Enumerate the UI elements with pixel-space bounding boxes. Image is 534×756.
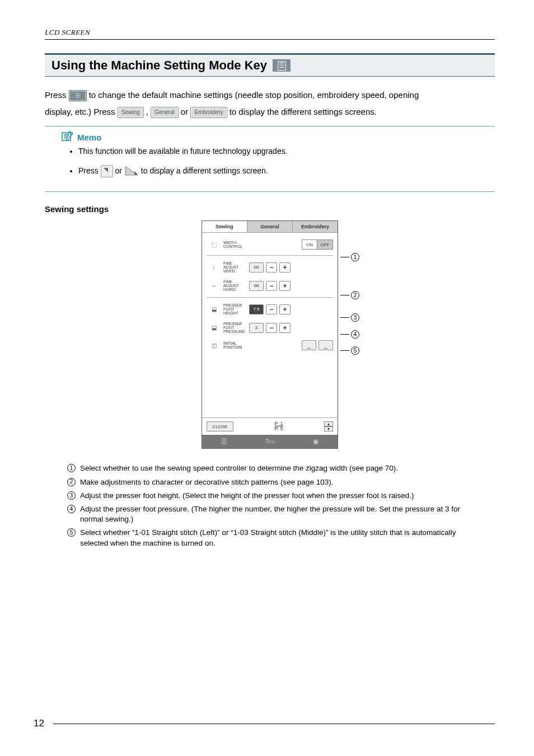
fine-horiz-icon: ↔ — [207, 281, 221, 291]
settings-mode-button-inline[interactable]: ☰ — [69, 90, 87, 101]
lcd-footer: CLOSE P. 1P. 5 ▴ ▾ — [202, 417, 338, 435]
fine-vert-label: FINE ADJUST VERTI. — [223, 261, 247, 273]
page-footer-rule — [53, 724, 495, 724]
lcd-tabs: Sewing General Embroidery — [202, 221, 338, 233]
lcd-row-foot-height: ⬓ PRESSER FOOT HEIGHT 7.5 − + — [207, 297, 333, 318]
foot-height-minus[interactable]: − — [266, 304, 277, 314]
foot-height-icon: ⬓ — [207, 304, 221, 314]
width-control-on[interactable]: ON — [302, 240, 317, 250]
intro-paragraph: Press ☰ to change the default machine se… — [45, 87, 495, 120]
lcd-tab-embroidery[interactable]: Embroidery — [293, 221, 338, 232]
callout-legend: 1Select whether to use the sewing speed … — [67, 463, 484, 548]
prev-page-arrow-button[interactable] — [101, 165, 113, 177]
intro-comma: , — [146, 107, 148, 116]
initial-position-left[interactable]: ⎯ — [302, 340, 316, 350]
legend-text-3: Adjust the presser foot height. (Select … — [80, 491, 414, 501]
foot-height-value: 7.5 — [249, 304, 264, 314]
legend-num-1: 1 — [67, 464, 76, 472]
lcd-row-width-control: ⬚ WIDTH CONTROL ON OFF — [207, 236, 333, 253]
section-title: Using the Machine Setting Mode Key — [51, 58, 267, 73]
lcd-row-foot-pressure: ⬓ PRESSER FOOT PRESSURE 3 − + — [207, 318, 333, 337]
lcd-page-indicator: P. 1P. 5 — [275, 421, 283, 431]
fine-vert-minus[interactable]: − — [266, 262, 277, 273]
width-control-off[interactable]: OFF — [317, 240, 333, 250]
toolbar-help-icon[interactable]: ?▭ — [265, 438, 275, 445]
width-control-label: WIDTH CONTROL — [223, 241, 247, 248]
callout-3: 3 — [351, 313, 359, 322]
callout-1: 1 — [351, 253, 359, 261]
embroidery-tab-button-inline[interactable]: Embroidery — [190, 107, 227, 118]
memo-rest: to display a different settings screen. — [141, 166, 268, 175]
memo-item-2: Press or to display a different settings… — [78, 164, 495, 178]
fine-horiz-minus[interactable]: − — [266, 281, 277, 291]
sewing-settings-heading: Sewing settings — [45, 204, 495, 214]
fine-vert-plus[interactable]: + — [279, 262, 291, 273]
lcd-bottom-toolbar: ☰ ?▭ ◉ — [202, 435, 338, 448]
callout-4: 4 — [351, 330, 359, 339]
callout-2: 2 — [351, 291, 359, 299]
initial-position-label: INITIAL POSITION — [223, 341, 247, 349]
foot-height-label: PRESSER FOOT HEIGHT — [223, 303, 247, 315]
fine-horiz-label: FINE ADJUST HORIZ. — [223, 280, 247, 292]
foot-pressure-icon: ⬓ — [207, 323, 221, 333]
intro-text-2a: display, etc.) Press — [45, 107, 115, 116]
toolbar-foot-icon[interactable]: ◉ — [313, 438, 318, 445]
intro-or: or — [181, 107, 188, 116]
callout-5: 5 — [351, 346, 359, 355]
lcd-close-button[interactable]: CLOSE — [207, 421, 233, 431]
fine-vert-value: 00 — [249, 262, 264, 273]
lcd-row-initial-position: ◫ INITIAL POSITION ⎯ ⎯ — [207, 337, 333, 354]
toolbar-settings-icon[interactable]: ☰ — [221, 438, 227, 445]
page-number: 12 — [34, 718, 44, 729]
memo-icon — [60, 131, 74, 143]
sewing-tab-button-inline[interactable]: Sewing — [118, 107, 144, 118]
foot-pressure-minus[interactable]: − — [266, 323, 277, 333]
running-head: LCD SCREEN — [45, 28, 495, 40]
legend-num-5: 5 — [67, 528, 76, 537]
general-tab-button-inline[interactable]: General — [151, 107, 179, 118]
lcd-screenshot: Sewing General Embroidery ⬚ WIDTH CONTRO… — [45, 220, 495, 449]
foot-pressure-plus[interactable]: + — [279, 323, 291, 333]
initial-position-middle[interactable]: ⎯ — [318, 340, 333, 350]
press-label: Press — [45, 90, 66, 100]
memo-item-1: This function will be available in futur… — [78, 144, 495, 158]
lcd-tab-general[interactable]: General — [247, 221, 293, 232]
legend-text-4: Adjust the presser foot pressure. (The h… — [80, 504, 484, 524]
settings-mode-icon — [273, 59, 291, 72]
memo-label: Memo — [77, 133, 101, 142]
legend-num-2: 2 — [67, 478, 76, 486]
legend-num-4: 4 — [67, 505, 76, 513]
intro-text-1: to change the default machine settings (… — [89, 90, 419, 100]
memo-press-label: Press — [78, 166, 99, 175]
memo-or: or — [115, 166, 122, 175]
lcd-page-down[interactable]: ▾ — [324, 426, 333, 431]
lcd-row-fine-horiz: ↔ FINE ADJUST HORIZ. 00 − + — [207, 276, 333, 295]
foot-height-plus[interactable]: + — [279, 304, 291, 314]
width-control-icon: ⬚ — [207, 240, 221, 250]
memo-block: Memo This function will be available in … — [45, 126, 495, 192]
initial-position-icon: ◫ — [207, 340, 221, 350]
fine-horiz-value: 00 — [249, 281, 264, 291]
intro-text-2d: to display the different settings screen… — [229, 107, 377, 116]
lcd-row-fine-vert: ↕ FINE ADJUST VERTI. 00 − + — [207, 255, 333, 276]
section-title-bar: Using the Machine Setting Mode Key — [45, 53, 495, 77]
foot-pressure-label: PRESSER FOOT PRESSURE — [223, 322, 247, 334]
fine-horiz-plus[interactable]: + — [279, 281, 291, 291]
legend-num-3: 3 — [67, 491, 76, 500]
next-page-arrow-button[interactable] — [124, 165, 139, 177]
legend-text-5: Select whether “1-01 Straight stitch (Le… — [80, 528, 484, 548]
lcd-tab-sewing[interactable]: Sewing — [202, 221, 247, 232]
legend-text-2: Make adjustments to character or decorat… — [80, 477, 333, 487]
fine-vert-icon: ↕ — [207, 262, 221, 273]
foot-pressure-value: 3 — [249, 323, 264, 333]
legend-text-1: Select whether to use the sewing speed c… — [80, 463, 398, 473]
